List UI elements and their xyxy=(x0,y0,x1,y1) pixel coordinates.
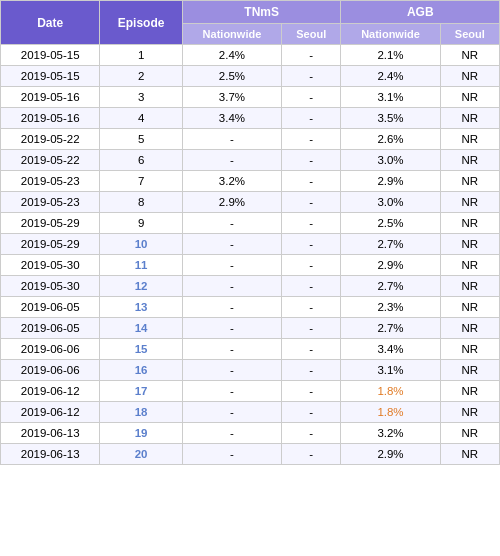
tnms-seoul-cell: - xyxy=(282,255,341,276)
tnms-nationwide-cell: - xyxy=(182,255,281,276)
tnms-seoul-cell: - xyxy=(282,129,341,150)
agb-seoul-cell: NR xyxy=(440,213,499,234)
agb-seoul-cell: NR xyxy=(440,255,499,276)
agb-seoul-cell: NR xyxy=(440,297,499,318)
tnms-seoul-cell: - xyxy=(282,381,341,402)
agb-nationwide-cell: 3.4% xyxy=(341,339,440,360)
table-row: 2019-06-1217--1.8%NR xyxy=(1,381,500,402)
date-cell: 2019-05-29 xyxy=(1,234,100,255)
date-cell: 2019-05-30 xyxy=(1,255,100,276)
agb-nationwide-cell: 2.5% xyxy=(341,213,440,234)
tnms-seoul-cell: - xyxy=(282,108,341,129)
tnms-seoul-cell: - xyxy=(282,402,341,423)
agb-seoul-cell: NR xyxy=(440,66,499,87)
table-row: 2019-06-0513--2.3%NR xyxy=(1,297,500,318)
tnms-seoul-cell: - xyxy=(282,444,341,465)
date-cell: 2019-06-05 xyxy=(1,297,100,318)
date-cell: 2019-05-16 xyxy=(1,108,100,129)
agb-nationwide-cell: 2.9% xyxy=(341,444,440,465)
episode-cell: 8 xyxy=(100,192,183,213)
tnms-nationwide-cell: - xyxy=(182,234,281,255)
date-cell: 2019-06-12 xyxy=(1,381,100,402)
agb-nationwide-cell: 1.8% xyxy=(341,381,440,402)
episode-cell: 15 xyxy=(100,339,183,360)
table-row: 2019-05-3011--2.9%NR xyxy=(1,255,500,276)
agb-nationwide-cell: 2.7% xyxy=(341,276,440,297)
tnms-nationwide-cell: - xyxy=(182,339,281,360)
episode-cell: 11 xyxy=(100,255,183,276)
tnms-nationwide-cell: - xyxy=(182,402,281,423)
episode-cell: 7 xyxy=(100,171,183,192)
episode-cell: 5 xyxy=(100,129,183,150)
tnms-seoul-header: Seoul xyxy=(282,24,341,45)
date-cell: 2019-05-23 xyxy=(1,171,100,192)
tnms-nationwide-cell: - xyxy=(182,150,281,171)
tnms-seoul-cell: - xyxy=(282,150,341,171)
agb-seoul-cell: NR xyxy=(440,381,499,402)
date-cell: 2019-05-22 xyxy=(1,129,100,150)
agb-nationwide-cell: 2.9% xyxy=(341,171,440,192)
episode-header: Episode xyxy=(100,1,183,45)
agb-seoul-cell: NR xyxy=(440,234,499,255)
agb-nationwide-cell: 2.9% xyxy=(341,255,440,276)
table-row: 2019-06-0616--3.1%NR xyxy=(1,360,500,381)
tnms-nationwide-cell: - xyxy=(182,360,281,381)
table-row: 2019-06-1320--2.9%NR xyxy=(1,444,500,465)
tnms-nationwide-cell: 3.2% xyxy=(182,171,281,192)
agb-seoul-cell: NR xyxy=(440,192,499,213)
date-cell: 2019-05-15 xyxy=(1,45,100,66)
agb-seoul-cell: NR xyxy=(440,423,499,444)
agb-nationwide-cell: 3.1% xyxy=(341,87,440,108)
agb-nationwide-cell: 2.1% xyxy=(341,45,440,66)
agb-nationwide-cell: 3.0% xyxy=(341,150,440,171)
table-row: 2019-05-1633.7%-3.1%NR xyxy=(1,87,500,108)
agb-header: AGB xyxy=(341,1,500,24)
agb-seoul-cell: NR xyxy=(440,45,499,66)
agb-seoul-cell: NR xyxy=(440,360,499,381)
tnms-header: TNmS xyxy=(182,1,341,24)
tnms-nationwide-cell: - xyxy=(182,444,281,465)
table-row: 2019-06-1319--3.2%NR xyxy=(1,423,500,444)
tnms-nationwide-header: Nationwide xyxy=(182,24,281,45)
agb-seoul-cell: NR xyxy=(440,276,499,297)
agb-seoul-cell: NR xyxy=(440,150,499,171)
table-row: 2019-06-0514--2.7%NR xyxy=(1,318,500,339)
episode-cell: 13 xyxy=(100,297,183,318)
date-cell: 2019-05-30 xyxy=(1,276,100,297)
agb-nationwide-header: Nationwide xyxy=(341,24,440,45)
agb-nationwide-cell: 3.0% xyxy=(341,192,440,213)
episode-cell: 9 xyxy=(100,213,183,234)
table-row: 2019-05-225--2.6%NR xyxy=(1,129,500,150)
date-cell: 2019-05-15 xyxy=(1,66,100,87)
agb-seoul-cell: NR xyxy=(440,171,499,192)
date-cell: 2019-06-05 xyxy=(1,318,100,339)
date-cell: 2019-06-06 xyxy=(1,360,100,381)
tnms-seoul-cell: - xyxy=(282,192,341,213)
episode-cell: 19 xyxy=(100,423,183,444)
episode-cell: 1 xyxy=(100,45,183,66)
agb-seoul-cell: NR xyxy=(440,444,499,465)
agb-seoul-cell: NR xyxy=(440,339,499,360)
episode-cell: 3 xyxy=(100,87,183,108)
tnms-seoul-cell: - xyxy=(282,234,341,255)
agb-seoul-header: Seoul xyxy=(440,24,499,45)
date-cell: 2019-05-23 xyxy=(1,192,100,213)
agb-seoul-cell: NR xyxy=(440,402,499,423)
tnms-nationwide-cell: - xyxy=(182,318,281,339)
tnms-nationwide-cell: - xyxy=(182,213,281,234)
agb-seoul-cell: NR xyxy=(440,108,499,129)
tnms-nationwide-cell: 3.7% xyxy=(182,87,281,108)
tnms-seoul-cell: - xyxy=(282,423,341,444)
episode-cell: 16 xyxy=(100,360,183,381)
agb-seoul-cell: NR xyxy=(440,129,499,150)
agb-nationwide-cell: 2.7% xyxy=(341,318,440,339)
episode-cell: 6 xyxy=(100,150,183,171)
table-row: 2019-05-1522.5%-2.4%NR xyxy=(1,66,500,87)
table-row: 2019-05-299--2.5%NR xyxy=(1,213,500,234)
tnms-nationwide-cell: 2.5% xyxy=(182,66,281,87)
date-cell: 2019-06-06 xyxy=(1,339,100,360)
tnms-seoul-cell: - xyxy=(282,45,341,66)
agb-nationwide-cell: 2.3% xyxy=(341,297,440,318)
episode-cell: 14 xyxy=(100,318,183,339)
date-cell: 2019-06-13 xyxy=(1,423,100,444)
